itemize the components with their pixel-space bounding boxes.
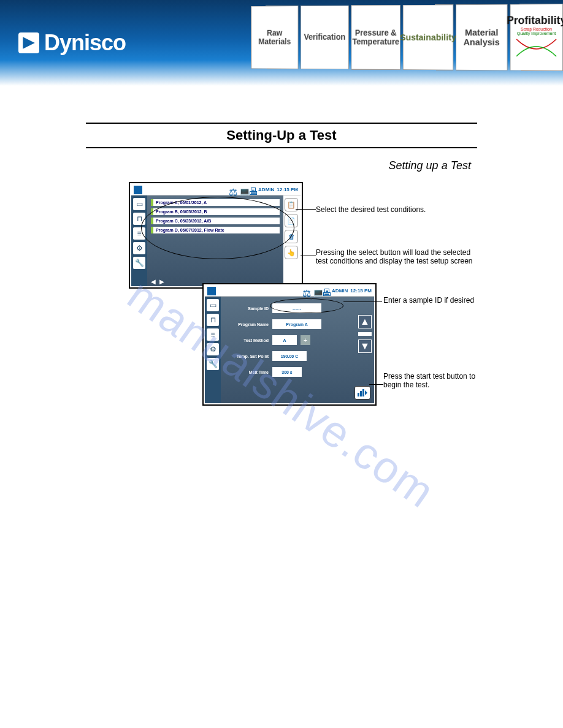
- scroll-spacer: [358, 332, 372, 336]
- dev2-topbar: ⚖ 💻 🖶 ADMIN 12:15 PM: [205, 286, 374, 297]
- select-button[interactable]: 👆: [285, 246, 298, 259]
- page-banner: Dynisco Raw Materials Verification Press…: [0, 0, 563, 86]
- dev2-logo-icon: [207, 287, 216, 295]
- brand-logo: Dynisco: [18, 30, 126, 56]
- sidebar-chat-icon[interactable]: ▭: [133, 198, 145, 210]
- temp-setpoint-label: Temp. Set Point: [224, 354, 269, 358]
- melt-time-label: Melt Time: [224, 370, 269, 374]
- dev1-time: 12:15 PM: [277, 187, 298, 192]
- tile-pressure-temp: Pressure & Temperature: [351, 5, 400, 70]
- annotation-4: Press the start test button to begin the…: [383, 372, 494, 389]
- sidebar-gears-icon[interactable]: ⚙: [133, 242, 145, 254]
- svg-rect-2: [362, 389, 364, 396]
- add-method-button[interactable]: +: [301, 335, 310, 345]
- brand-mark-icon: [18, 32, 39, 53]
- balance-icon: ⚖: [229, 186, 236, 194]
- annotation-ellipse-2: [270, 298, 343, 313]
- dev1-topbar: ⚖ 💻 🖶 ADMIN 12:15 PM: [131, 184, 301, 195]
- document-body: Setting-Up a Test Setting up a Test ⚖ 💻 …: [0, 86, 563, 433]
- test-method-label: Test Method: [224, 338, 269, 343]
- annotation-2: Pressing the select button will load the…: [316, 248, 475, 265]
- annot-line-2: [301, 256, 316, 256]
- rule-top: [86, 123, 477, 124]
- page-title: Setting-Up a Test: [86, 127, 477, 143]
- next-arrow-icon[interactable]: ▶: [159, 278, 164, 285]
- prev-arrow-icon[interactable]: ◀: [151, 278, 156, 285]
- page-subtitle: Setting up a Test: [86, 159, 471, 172]
- sidebar-list-icon[interactable]: ≡: [207, 328, 219, 341]
- screens-wrap: ⚖ 💻 🖶 ADMIN 12:15 PM ▭ ⊓ ≡ ⚙ 🔧 Pro: [86, 176, 478, 433]
- start-test-button[interactable]: [354, 386, 370, 400]
- dev2-sidebar: ▭ ⊓ ≡ ⚙ 🔧: [205, 297, 221, 403]
- sidebar-gears-icon[interactable]: ⚙: [207, 343, 219, 355]
- sample-id-label: Sample ID: [224, 306, 269, 311]
- svg-rect-0: [358, 393, 359, 396]
- sidebar-tree-icon[interactable]: ⊓: [207, 314, 219, 326]
- annotation-ellipse-1: [141, 197, 294, 259]
- dev2-time: 12:15 PM: [350, 288, 372, 294]
- annotation-3: Enter a sample ID if desired: [383, 296, 506, 305]
- annot-line-1: [296, 209, 316, 210]
- dev1-user: ADMIN: [258, 187, 274, 192]
- scroll-up-button[interactable]: ▲: [358, 315, 372, 328]
- dev2-user: ADMIN: [332, 288, 348, 294]
- melt-time-field[interactable]: 300 s: [272, 367, 302, 377]
- annotation-1: Select the desired test conditions.: [316, 205, 457, 214]
- tile-material-analysis: Material Analysis: [456, 4, 507, 71]
- laptop-icon: 💻: [312, 287, 320, 295]
- banner-tiles: Raw Materials Verification Pressure & Te…: [251, 4, 563, 71]
- laptop-icon: 💻: [239, 186, 246, 194]
- balance-icon: ⚖: [302, 287, 310, 295]
- program-name-label: Program Name: [224, 322, 269, 327]
- tile-raw-materials: Raw Materials: [251, 6, 298, 69]
- print-icon: 🖶: [248, 186, 256, 194]
- sidebar-wrench-icon[interactable]: 🔧: [133, 257, 145, 269]
- dev1-sidebar: ▭ ⊓ ≡ ⚙ 🔧: [131, 195, 147, 286]
- profitability-chart-icon: [515, 36, 557, 60]
- dev1-nav: ◀ ▶: [151, 278, 164, 285]
- print-icon: 🖶: [322, 287, 329, 295]
- temp-setpoint-field[interactable]: 190.00 C: [272, 351, 307, 361]
- profitability-sub2: Quality Improvement: [517, 31, 556, 36]
- test-method-field[interactable]: A: [272, 335, 297, 345]
- dev1-logo-icon: [134, 186, 142, 194]
- tile-profitability: Profitability Scrap Reduction Quality Im…: [510, 4, 563, 71]
- profitability-sub1: Scrap Reduction: [521, 27, 552, 31]
- sidebar-wrench-icon[interactable]: 🔧: [207, 358, 219, 370]
- rule-under-title: [86, 147, 477, 148]
- sidebar-chat-icon[interactable]: ▭: [207, 299, 219, 311]
- tile-verification: Verification: [301, 6, 349, 70]
- annot-line-4: [369, 384, 383, 385]
- brand-name: Dynisco: [44, 30, 126, 56]
- annot-line-3: [343, 301, 382, 302]
- svg-rect-1: [360, 391, 362, 396]
- program-name-field[interactable]: Program A: [272, 319, 321, 329]
- chart-play-icon: [358, 389, 367, 396]
- scroll-down-button[interactable]: ▼: [358, 339, 372, 353]
- tile-sustainability: Sustainability: [403, 4, 454, 70]
